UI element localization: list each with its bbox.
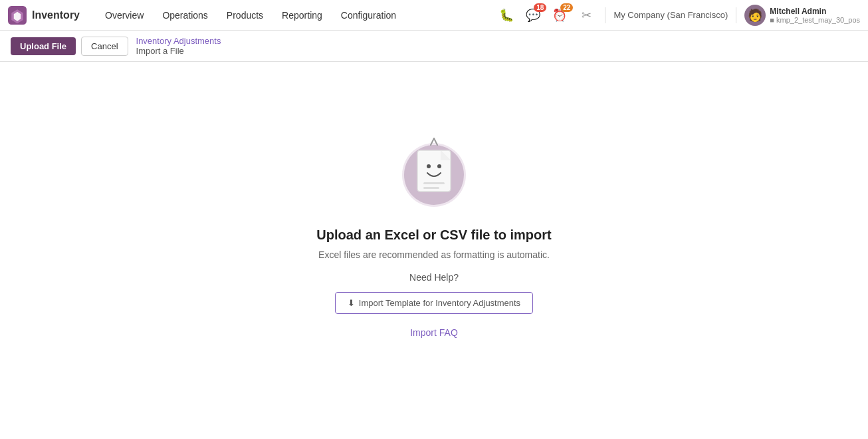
user-info: Mitchell Admin ■ kmp_2_test_may_30_pos — [770, 7, 860, 24]
company-name: My Company (San Francisco) — [613, 10, 728, 20]
upload-illustration — [394, 132, 474, 212]
app-logo[interactable]: Inventory — [8, 6, 90, 25]
nav-right: 18 22 My Company (San Francisco) 🧑 Mitch… — [496, 5, 860, 26]
nav-item-configuration[interactable]: Configuration — [332, 0, 405, 31]
upload-title: Upload an Excel or CSV file to import — [316, 227, 551, 243]
chat-button[interactable]: 18 — [522, 5, 544, 26]
app-title: Inventory — [32, 9, 80, 21]
scissors-button[interactable] — [576, 5, 597, 26]
scissors-icon — [582, 8, 592, 23]
need-help-text: Need Help? — [409, 272, 459, 283]
nav-item-reporting[interactable]: Reporting — [272, 0, 332, 31]
import-template-label: Import Template for Inventory Adjustment… — [359, 298, 520, 308]
nav-separator — [605, 7, 605, 23]
logo-icon — [8, 6, 27, 25]
user-sub: ■ kmp_2_test_may_30_pos — [770, 16, 860, 24]
svg-point-10 — [427, 164, 431, 168]
import-template-button[interactable]: Import Template for Inventory Adjustment… — [335, 292, 533, 314]
bug-icon — [499, 8, 514, 23]
bug-button[interactable] — [496, 5, 517, 26]
svg-rect-13 — [423, 187, 439, 189]
upload-subtitle: Excel files are recommended as formattin… — [318, 249, 550, 260]
action-bar: Upload File Cancel Inventory Adjustments… — [0, 31, 868, 62]
download-icon — [348, 298, 355, 308]
svg-rect-12 — [423, 182, 445, 184]
top-nav: Inventory Overview Operations Products R… — [0, 0, 868, 31]
breadcrumb-link[interactable]: Inventory Adjustments — [136, 36, 221, 46]
user-name: Mitchell Admin — [770, 7, 860, 16]
nav-item-overview[interactable]: Overview — [96, 0, 153, 31]
clock-button[interactable]: 22 — [549, 5, 570, 26]
nav-item-operations[interactable]: Operations — [153, 0, 217, 31]
cancel-button[interactable]: Cancel — [81, 37, 128, 56]
main-content: Upload an Excel or CSV file to import Ex… — [0, 62, 868, 408]
clock-badge: 22 — [560, 3, 573, 12]
import-faq-link[interactable]: Import FAQ — [410, 327, 458, 338]
breadcrumb: Inventory Adjustments Import a File — [136, 36, 221, 56]
user-avatar: 🧑 — [744, 5, 766, 26]
company-selector[interactable]: My Company (San Francisco) — [613, 10, 728, 20]
upload-file-button[interactable]: Upload File — [11, 37, 76, 55]
chat-badge: 18 — [534, 3, 546, 12]
svg-point-11 — [437, 164, 441, 168]
user-menu[interactable]: 🧑 Mitchell Admin ■ kmp_2_test_may_30_pos — [744, 5, 860, 26]
nav-menu: Overview Operations Products Reporting C… — [96, 0, 496, 31]
nav-separator-2 — [736, 7, 736, 23]
nav-item-products[interactable]: Products — [217, 0, 272, 31]
breadcrumb-current: Import a File — [136, 46, 221, 56]
